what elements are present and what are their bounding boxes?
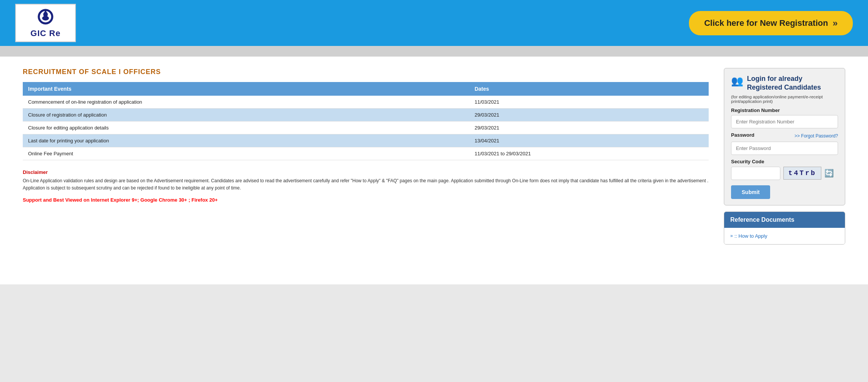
table-row: Closure for editing application details2… [23,122,709,134]
new-registration-button[interactable]: Click here for New Registration » [689,11,853,35]
submit-button[interactable]: Submit [731,185,770,199]
security-label: Security Code [731,159,838,164]
refresh-captcha-icon[interactable]: 🔄 [824,169,834,178]
date-cell: 11/03/2021 to 29/03/2021 [469,147,709,160]
disclaimer-title: Disclaimer [23,169,709,175]
event-cell: Commencement of on-line registration of … [23,96,469,109]
password-label: Password [731,132,754,138]
forgot-password-link[interactable]: >> Forgot Password? [794,133,838,139]
logo-icon [34,8,57,28]
svg-point-3 [42,16,49,21]
login-icon: 👥 [731,75,743,87]
date-cell: 29/03/2021 [469,122,709,134]
event-cell: Closure for editing application details [23,122,469,134]
how-to-apply-label: :: How to Apply [734,233,767,239]
new-registration-label: Click here for New Registration [704,18,828,28]
login-subtitle: (for editing application/online payment/… [731,95,838,104]
left-panel: RECRUITMENT OF SCALE I OFFICERS Importan… [23,68,709,273]
table-row: Online Fee Payment11/03/2021 to 29/03/20… [23,147,709,160]
chevrons-icon: » [833,18,838,28]
login-title: Login for alreadyRegistered Candidates [747,74,821,92]
ref-docs-box: Reference Documents » :: How to Apply [724,212,845,245]
page-title: RECRUITMENT OF SCALE I OFFICERS [23,68,709,76]
reg-number-input[interactable] [731,115,838,128]
table-row: Last date for printing your application1… [23,134,709,147]
ref-docs-body: » :: How to Apply [724,228,845,244]
col-dates-header: Dates [469,82,709,96]
reg-number-label: Registration Number [731,107,838,113]
page-header: GIC Re Click here for New Registration » [0,0,868,46]
event-cell: Last date for printing your application [23,134,469,147]
login-box-header: 👥 Login for alreadyRegistered Candidates [731,74,838,92]
ref-docs-header: Reference Documents [724,212,845,228]
password-row: Password >> Forgot Password? [731,132,838,140]
date-cell: 29/03/2021 [469,109,709,122]
logo-text: GIC Re [30,28,60,38]
col-events-header: Important Events [23,82,469,96]
captcha-image: t4Trb [783,167,821,180]
ref-chevrons-icon: » [730,233,733,238]
date-cell: 13/04/2021 [469,134,709,147]
sub-header-bar [0,46,868,57]
logo-box: GIC Re [15,4,76,42]
how-to-apply-link[interactable]: » :: How to Apply [730,232,839,240]
table-row: Closure of registration of application29… [23,109,709,122]
security-code-input[interactable] [731,167,780,180]
event-cell: Closure of registration of application [23,109,469,122]
disclaimer-text: On-Line Application validation rules and… [23,177,709,192]
event-cell: Online Fee Payment [23,147,469,160]
date-cell: 11/03/2021 [469,96,709,109]
events-table: Important Events Dates Commencement of o… [23,82,709,160]
right-panel: 👥 Login for alreadyRegistered Candidates… [724,68,845,273]
security-row: t4Trb 🔄 [731,167,838,180]
main-content: RECRUITMENT OF SCALE I OFFICERS Importan… [0,57,868,284]
login-box: 👥 Login for alreadyRegistered Candidates… [724,68,845,205]
password-input[interactable] [731,142,838,155]
support-text: Support and Best Viewed on Internet Expl… [23,197,709,203]
table-row: Commencement of on-line registration of … [23,96,709,109]
